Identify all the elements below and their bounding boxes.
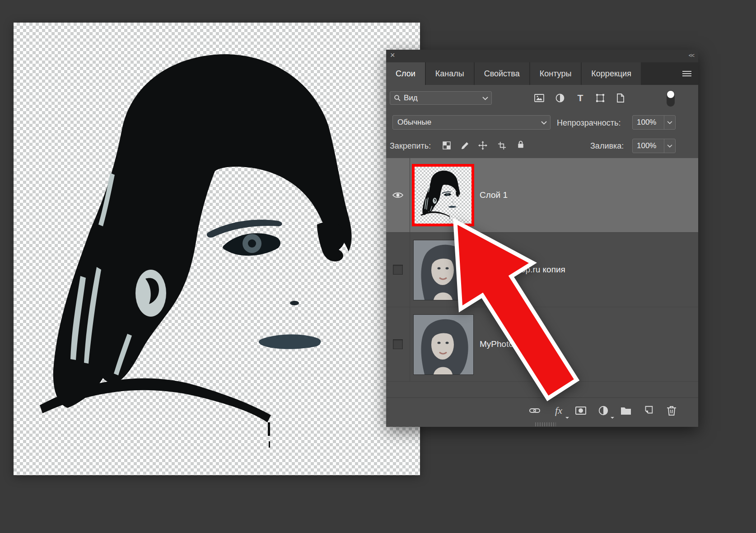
tab-adjustments[interactable]: Коррекция <box>582 62 641 85</box>
add-layer-mask-icon[interactable] <box>574 404 587 417</box>
layer-thumbnail-stencil[interactable] <box>412 164 474 226</box>
footer-toolbar: fx <box>386 397 698 427</box>
layer-row-sloy-1[interactable]: Слой 1 <box>386 158 698 233</box>
layer-name[interactable]: Слой 1 <box>480 190 508 200</box>
new-group-folder-icon[interactable] <box>620 404 632 417</box>
layer-name[interactable]: op.ru копия <box>521 265 565 275</box>
filter-smart-objects-icon[interactable] <box>615 93 626 103</box>
delete-layer-trash-icon[interactable] <box>665 404 678 417</box>
search-icon <box>390 94 404 102</box>
panel-tabs: Слои Каналы Свойства Контуры Коррекция <box>386 62 698 85</box>
tabs-spacer <box>642 62 676 85</box>
lock-all-icon[interactable] <box>515 139 526 150</box>
chevron-down-icon[interactable] <box>664 139 675 153</box>
visibility-off-checkbox[interactable] <box>393 339 403 349</box>
tab-channels[interactable]: Каналы <box>426 62 474 85</box>
tab-paths[interactable]: Контуры <box>530 62 581 85</box>
layer-name[interactable]: MyPhotoS <box>480 339 519 349</box>
stencil-portrait-artwork <box>14 23 420 475</box>
collapse-panel-icon[interactable]: << <box>689 52 694 59</box>
tab-layers[interactable]: Слои <box>386 62 425 85</box>
layer-list: Слой 1 op.ru копия MyPhotoS <box>386 158 698 382</box>
layer-row-kopiya[interactable]: op.ru копия <box>386 233 698 307</box>
panel-header: × << <box>386 50 698 62</box>
layers-panel: × << Слои Каналы Свойства Контуры Коррек… <box>386 50 698 427</box>
fill-value[interactable]: 100% <box>633 139 664 153</box>
lock-label: Закрепить: <box>390 141 431 151</box>
opacity-label: Непрозрачность: <box>557 118 621 128</box>
visibility-cell[interactable] <box>386 307 410 381</box>
filtering-toggle[interactable] <box>667 90 675 107</box>
chevron-down-icon <box>541 121 550 125</box>
layer-filter-kind-select[interactable]: Вид <box>390 91 492 105</box>
visibility-cell[interactable] <box>386 233 410 307</box>
panel-footer: fx <box>386 382 698 427</box>
toggle-knob <box>667 91 674 98</box>
filter-shape-layers-icon[interactable] <box>595 93 606 103</box>
filter-pixel-layers-icon[interactable] <box>534 93 545 103</box>
new-layer-icon[interactable] <box>642 404 655 417</box>
lock-artboard-icon[interactable] <box>496 140 507 151</box>
layer-row-myphotos[interactable]: MyPhotoS <box>386 307 698 382</box>
chevron-down-icon <box>482 96 491 100</box>
fill-label: Заливка: <box>590 141 624 151</box>
close-icon[interactable]: × <box>390 51 395 60</box>
lock-image-pixels-icon[interactable] <box>459 140 470 151</box>
blend-mode-select[interactable]: Обычные <box>392 115 551 130</box>
adjustment-menu-caret-icon[interactable] <box>611 417 614 421</box>
visibility-off-checkbox[interactable] <box>393 265 403 275</box>
link-layers-icon[interactable] <box>528 404 541 417</box>
fill-combo[interactable]: 100% <box>632 139 676 153</box>
panel-menu-button[interactable] <box>676 62 698 85</box>
tab-properties[interactable]: Свойства <box>475 62 529 85</box>
layer-thumbnail-photo[interactable] <box>413 314 474 375</box>
filter-kind-value: Вид <box>404 94 418 103</box>
new-adjustment-layer-icon[interactable] <box>597 404 610 417</box>
filter-adjustment-layers-icon[interactable] <box>555 93 565 103</box>
resize-grip[interactable] <box>535 422 556 426</box>
document-canvas[interactable] <box>14 23 420 475</box>
fx-menu-caret-icon[interactable] <box>565 417 569 421</box>
visibility-cell[interactable] <box>386 158 410 232</box>
lock-position-icon[interactable] <box>477 140 488 151</box>
hamburger-icon <box>682 70 691 78</box>
layer-style-fx-icon[interactable]: fx <box>552 404 565 417</box>
chevron-down-icon[interactable] <box>664 116 675 129</box>
lock-transparent-pixels-icon[interactable] <box>441 140 452 151</box>
opacity-value[interactable]: 100% <box>633 116 664 129</box>
opacity-combo[interactable]: 100% <box>632 115 676 130</box>
eye-icon[interactable] <box>392 192 403 199</box>
filter-type-layers-icon[interactable]: T <box>575 93 586 103</box>
layer-thumbnail-photo[interactable] <box>413 240 474 300</box>
blend-mode-value: Обычные <box>397 118 431 127</box>
